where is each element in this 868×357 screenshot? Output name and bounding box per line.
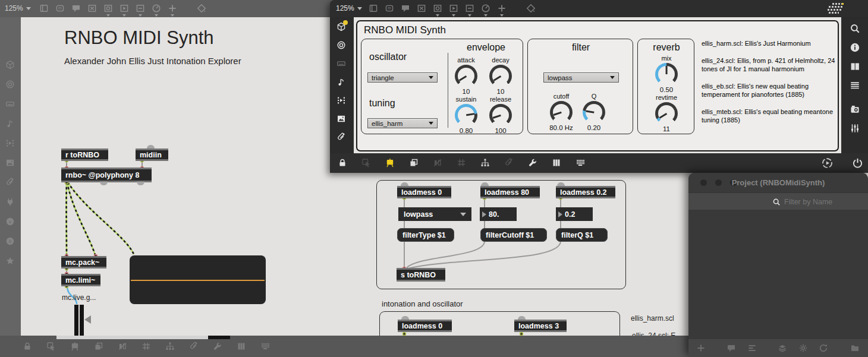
layers-icon[interactable] bbox=[778, 343, 787, 353]
piano-keys-icon[interactable] bbox=[237, 342, 246, 351]
number-box-icon[interactable] bbox=[136, 4, 145, 13]
gear-icon[interactable] bbox=[798, 343, 808, 353]
power-icon[interactable] bbox=[852, 157, 863, 169]
dial-icon[interactable] bbox=[152, 4, 161, 13]
hierarchy-tree-icon[interactable] bbox=[165, 342, 175, 351]
align-lines-icon[interactable] bbox=[747, 343, 757, 353]
midiin-object[interactable]: midiin bbox=[136, 149, 168, 161]
paint-bucket-icon[interactable] bbox=[197, 4, 206, 13]
q-numberbox[interactable]: 0.2 bbox=[556, 207, 593, 221]
image-icon[interactable] bbox=[5, 158, 15, 168]
chat-bubble-icon[interactable] bbox=[727, 343, 736, 353]
search-icon[interactable] bbox=[850, 23, 860, 34]
loadmess-tuning[interactable]: loadmess 0 bbox=[398, 320, 452, 332]
number-box-icon[interactable] bbox=[465, 4, 474, 13]
scrollbar-thumb[interactable] bbox=[208, 336, 230, 339]
piano-keys-icon[interactable] bbox=[552, 158, 561, 168]
favorites-star-icon[interactable] bbox=[5, 256, 15, 266]
filter-input[interactable] bbox=[783, 196, 857, 207]
image-icon[interactable] bbox=[336, 114, 346, 124]
add-object-icon[interactable] bbox=[168, 4, 177, 13]
folder-icon[interactable] bbox=[850, 343, 860, 353]
objects-cube-icon[interactable] bbox=[336, 22, 346, 31]
grid-icon[interactable] bbox=[457, 158, 466, 168]
waveform-dropdown[interactable]: triangle bbox=[367, 72, 438, 83]
hierarchy-tree-icon[interactable] bbox=[480, 158, 490, 168]
filter-type-dropdown[interactable]: lowpass bbox=[543, 72, 619, 83]
playbar-icon[interactable] bbox=[449, 4, 458, 13]
shortcut-keypad-icon[interactable] bbox=[260, 342, 270, 351]
attack-knob[interactable] bbox=[455, 65, 477, 87]
receive-object[interactable]: r toRNBO bbox=[61, 149, 108, 161]
mclimi-object[interactable]: mc.limi~ bbox=[61, 274, 100, 286]
split-columns-icon[interactable] bbox=[850, 61, 860, 72]
duplicate-icon[interactable] bbox=[409, 158, 419, 168]
hardware-keyboard-icon[interactable] bbox=[5, 99, 15, 109]
loadmess-q[interactable]: loadmess 0.2 bbox=[556, 186, 615, 198]
presentation-easel-icon[interactable] bbox=[70, 342, 80, 351]
cutoff-knob[interactable] bbox=[550, 101, 573, 124]
max-object-icon[interactable] bbox=[55, 4, 65, 13]
rnbo-object[interactable]: rnbo~ @polyphony 8 bbox=[61, 168, 152, 182]
gain-meter-bar[interactable] bbox=[74, 305, 78, 336]
beap-icon[interactable] bbox=[5, 236, 15, 246]
paperclip-icon[interactable] bbox=[336, 132, 346, 142]
toggle-icon[interactable] bbox=[417, 4, 426, 13]
paint-bucket-icon[interactable] bbox=[526, 4, 536, 13]
video-film-icon[interactable] bbox=[336, 96, 346, 105]
grid-icon[interactable] bbox=[141, 342, 151, 351]
playbar-icon[interactable] bbox=[119, 4, 129, 13]
tuning-dropdown[interactable]: ellis_harm bbox=[367, 118, 438, 128]
objects-cube-icon[interactable] bbox=[5, 60, 15, 69]
ui-target-icon[interactable] bbox=[336, 40, 346, 50]
video-film-icon[interactable] bbox=[5, 138, 15, 148]
comment-icon[interactable] bbox=[401, 4, 410, 13]
presentation-easel-icon[interactable] bbox=[385, 158, 395, 168]
select-pointer-icon[interactable] bbox=[361, 158, 371, 168]
zoom-selector[interactable]: 125% bbox=[5, 4, 31, 12]
refresh-icon[interactable] bbox=[819, 343, 828, 353]
revtime-knob[interactable] bbox=[655, 102, 678, 125]
filtercutoff-message[interactable]: filterCutoff $1 bbox=[480, 228, 547, 242]
loadmess-filtertype[interactable]: loadmess 0 bbox=[397, 186, 451, 198]
filtertype-menu[interactable]: lowpass bbox=[398, 207, 471, 221]
plug-icon[interactable] bbox=[5, 197, 15, 207]
lock-icon[interactable] bbox=[338, 158, 347, 168]
project-titlebar[interactable]: Project (RNBOMidiSynth) bbox=[688, 173, 868, 192]
mcpack-object[interactable]: mc.pack~ bbox=[61, 256, 106, 268]
patcher-window-icon[interactable] bbox=[369, 4, 378, 13]
decay-knob[interactable] bbox=[489, 65, 512, 87]
add-object-icon[interactable] bbox=[497, 4, 507, 13]
snapshot-camera-icon[interactable] bbox=[850, 104, 860, 115]
zoom-selector[interactable]: 125% bbox=[336, 4, 362, 12]
audio-note-icon[interactable] bbox=[336, 77, 346, 87]
patcher-window-icon[interactable] bbox=[39, 4, 49, 13]
mix-knob[interactable] bbox=[655, 63, 678, 86]
filterq-message[interactable]: filterQ $1 bbox=[556, 228, 608, 242]
dial-icon[interactable] bbox=[481, 4, 490, 13]
shortcut-keypad-icon[interactable] bbox=[575, 158, 585, 168]
loadmess-cutoff[interactable]: loadmess 80 bbox=[480, 186, 540, 198]
ui-target-icon[interactable] bbox=[5, 80, 15, 89]
clip-plus-icon[interactable] bbox=[504, 158, 514, 168]
clip-plus-icon[interactable] bbox=[189, 342, 199, 351]
cutoff-numberbox[interactable]: 80. bbox=[480, 207, 517, 221]
gain-slider-handle[interactable] bbox=[84, 315, 91, 324]
list-lines-icon[interactable] bbox=[850, 80, 860, 91]
hardware-keyboard-icon[interactable] bbox=[336, 59, 346, 68]
gain-meter-bar[interactable] bbox=[80, 305, 84, 336]
button-icon[interactable] bbox=[433, 4, 442, 13]
comment-icon[interactable] bbox=[71, 4, 81, 13]
sustain-knob[interactable] bbox=[455, 104, 477, 127]
mixer-sliders-icon[interactable] bbox=[850, 123, 860, 134]
send-object[interactable]: s toRNBO bbox=[397, 268, 445, 282]
mute-icon[interactable] bbox=[433, 158, 442, 168]
audio-play-circle-icon[interactable] bbox=[822, 157, 833, 169]
select-pointer-icon[interactable] bbox=[46, 342, 56, 351]
lock-icon[interactable] bbox=[23, 342, 32, 351]
release-knob[interactable] bbox=[489, 104, 512, 127]
info-icon[interactable] bbox=[850, 42, 860, 53]
audio-note-icon[interactable] bbox=[5, 119, 15, 128]
quickref-grid-icon[interactable] bbox=[828, 3, 844, 14]
toggle-icon[interactable] bbox=[87, 4, 97, 13]
